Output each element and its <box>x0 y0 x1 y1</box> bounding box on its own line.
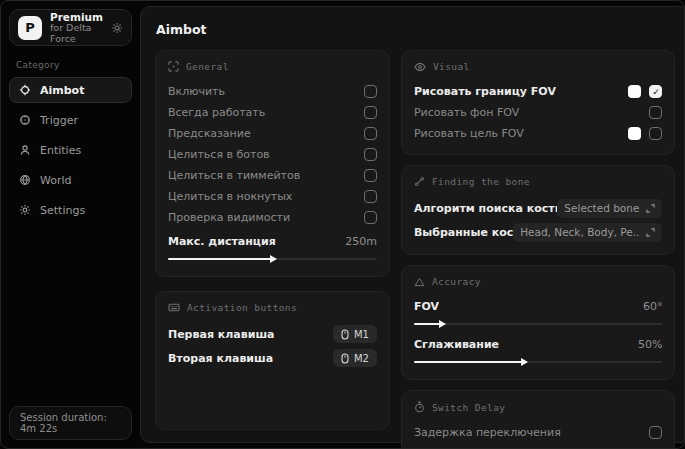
selected-bones-label: Выбранные кости <box>414 226 513 239</box>
prediction-checkbox[interactable]: ✓ <box>364 127 377 140</box>
sidebar-item-label: Trigger <box>40 114 78 127</box>
setting-label: Проверка видимости <box>168 211 290 224</box>
setting-label: Всегда работать <box>168 106 265 119</box>
keybind-row: Первая клавиша M1 <box>168 322 377 346</box>
sidebar-nav: Aimbot Trigger Entities <box>9 77 132 223</box>
fov-border-color-swatch[interactable] <box>628 85 641 98</box>
first-key-value: M1 <box>354 329 369 340</box>
crosshair-icon <box>18 84 31 96</box>
slider-thumb[interactable] <box>270 255 277 263</box>
slider-label-row: Макс. дистанция 250m <box>168 231 377 252</box>
accuracy-card: Accuracy FOV 60° Сглаживание 50% <box>401 265 675 380</box>
first-key-button[interactable]: M1 <box>333 325 377 343</box>
dropdown-row: Алгоритм поиска кости Selected bone <box>414 196 662 220</box>
fov-slider[interactable] <box>414 319 662 328</box>
dropdown-row: Выбранные кости Head, Neck, Body, Pe.. <box>414 220 662 244</box>
draw-fov-target-checkbox[interactable]: ✓ <box>649 127 662 140</box>
bone-header: Finding the bone <box>414 176 662 187</box>
expand-icon <box>646 228 655 237</box>
settings-gear-icon <box>18 204 31 216</box>
scan-icon <box>168 61 179 72</box>
setting-row: Предсказание ✓ <box>168 123 377 144</box>
category-label: Category <box>16 60 132 70</box>
slider-label-row: FOV 60° <box>414 296 662 317</box>
max-distance-label: Макс. дистанция <box>168 235 276 248</box>
activation-header-label: Activation buttons <box>187 302 297 313</box>
max-distance-slider[interactable] <box>168 254 377 263</box>
sidebar-item-settings[interactable]: Settings <box>9 197 132 223</box>
setting-row: Целиться в тиммейтов ✓ <box>168 165 377 186</box>
slider-track <box>414 323 662 325</box>
fov-value: 60° <box>643 300 663 313</box>
max-distance-value: 250m <box>345 235 377 248</box>
smoothing-slider[interactable] <box>414 357 662 366</box>
slider-thumb[interactable] <box>521 358 528 366</box>
enable-checkbox[interactable]: ✓ <box>364 85 377 98</box>
draw-fov-bg-label: Рисовать фон FOV <box>414 106 519 119</box>
second-key-button[interactable]: M2 <box>333 349 377 367</box>
slider-fill <box>168 258 275 260</box>
setting-label: Включить <box>168 85 225 98</box>
gear-icon[interactable] <box>111 22 123 34</box>
always-work-checkbox[interactable]: ✓ <box>364 106 377 119</box>
premium-title: Premium <box>50 11 103 23</box>
setting-label: Предсказание <box>168 127 251 140</box>
target-teammates-checkbox[interactable]: ✓ <box>364 169 377 182</box>
setting-row: Включить ✓ <box>168 81 377 102</box>
keybind-row: Вторая клавиша M2 <box>168 346 377 370</box>
globe-icon <box>18 174 31 186</box>
activation-buttons-card: Activation buttons Первая клавиша M1 <box>155 291 390 430</box>
draw-fov-border-checkbox[interactable]: ✓ <box>649 85 662 98</box>
target-bots-checkbox[interactable]: ✓ <box>364 148 377 161</box>
visual-header: Visual <box>414 61 662 72</box>
sidebar-item-label: Settings <box>40 204 85 217</box>
smoothing-value: 50% <box>638 338 662 351</box>
users-icon <box>18 144 31 156</box>
app-window: { "colors": { "accent_swatch": "#ffffff"… <box>0 0 685 449</box>
switch-delay-card: Switch Delay Задержка переключения ✓ Зад… <box>401 390 675 449</box>
sidebar-item-aimbot[interactable]: Aimbot <box>9 77 132 103</box>
content-columns: General Включить ✓ Всегда работать ✓ Пре… <box>155 50 675 430</box>
bone-algorithm-select[interactable]: Selected bone <box>557 199 662 218</box>
activation-header: Activation buttons <box>168 302 377 313</box>
mouse-icon <box>341 353 349 364</box>
keyboard-icon <box>168 302 180 313</box>
visual-card: Visual Рисовать границу FOV ✓ Рисовать ф… <box>401 50 675 155</box>
sidebar-item-trigger[interactable]: Trigger <box>9 107 132 133</box>
fov-target-color-swatch[interactable] <box>628 127 641 140</box>
visual-header-label: Visual <box>433 61 470 72</box>
draw-fov-target-label: Рисовать цель FOV <box>414 127 524 140</box>
slider-fill <box>414 361 526 363</box>
target-knocked-checkbox[interactable]: ✓ <box>364 190 377 203</box>
sidebar: P Premium for Delta Force Category Aimbo… <box>1 1 140 448</box>
left-column: General Включить ✓ Всегда работать ✓ Пре… <box>155 50 390 430</box>
sidebar-item-entities[interactable]: Entities <box>9 137 132 163</box>
draw-fov-bg-checkbox[interactable]: ✓ <box>649 106 662 119</box>
selected-bones-select[interactable]: Head, Neck, Body, Pe.. <box>513 223 662 242</box>
bone-icon <box>414 176 425 187</box>
setting-label: Целиться в тиммейтов <box>168 169 300 182</box>
premium-card: P Premium for Delta Force <box>9 9 132 46</box>
slider-thumb[interactable] <box>439 320 446 328</box>
setting-row: Целиться в нокнутых ✓ <box>168 186 377 207</box>
setting-row: Проверка видимости ✓ <box>168 207 377 228</box>
setting-label: Целиться в ботов <box>168 148 270 161</box>
accuracy-header: Accuracy <box>414 276 662 287</box>
sidebar-item-world[interactable]: World <box>9 167 132 193</box>
second-key-label: Вторая клавиша <box>168 352 273 365</box>
fov-label: FOV <box>414 300 439 313</box>
session-duration-label: Session duration: 4m 22s <box>20 412 121 434</box>
second-key-value: M2 <box>354 353 369 364</box>
visibility-check-checkbox[interactable]: ✓ <box>364 211 377 224</box>
setting-row: Рисовать фон FOV ✓ <box>414 102 662 123</box>
general-header-label: General <box>186 61 229 72</box>
first-key-label: Первая клавиша <box>168 328 275 341</box>
sidebar-item-label: Entities <box>40 144 81 157</box>
main-panel: Aimbot General Включить ✓ <box>140 6 685 443</box>
right-column: Visual Рисовать границу FOV ✓ Рисовать ф… <box>401 50 675 430</box>
setting-row: Целиться в ботов ✓ <box>168 144 377 165</box>
smoothing-label: Сглаживание <box>414 338 499 351</box>
switch-delay-checkbox[interactable]: ✓ <box>649 426 662 439</box>
bone-algorithm-value: Selected bone <box>564 202 639 214</box>
app-logo: P <box>18 16 42 40</box>
